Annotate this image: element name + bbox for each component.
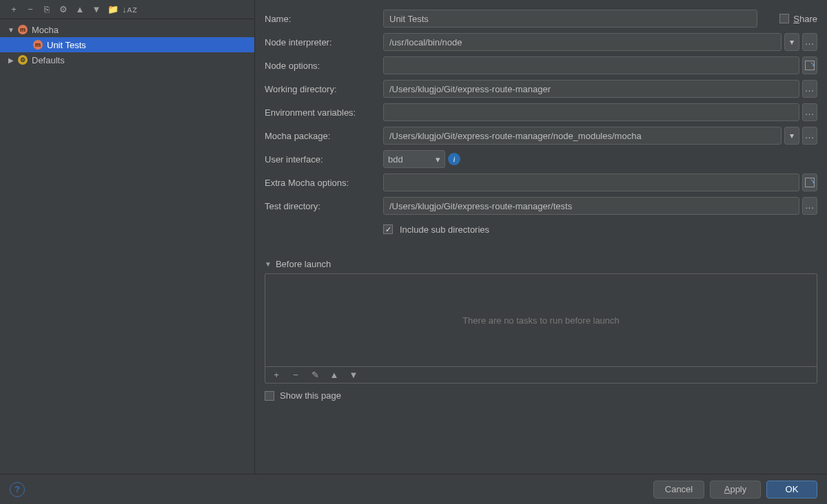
expand-arrow-icon: ▶ xyxy=(7,56,15,64)
dialog-footer: ? Cancel Apply OK xyxy=(0,474,827,504)
config-tree: ▼ m Mocha m Unit Tests ▶ ⚙ Defaults xyxy=(0,19,254,474)
chevron-down-icon: ▾ xyxy=(436,154,440,165)
ui-select-value: bdd xyxy=(388,154,403,165)
test-dir-label: Test directory: xyxy=(265,201,383,211)
sort-button[interactable]: ↓ᴀᴢ xyxy=(123,3,136,17)
before-launch-toolbar: + − ✎ ▲ ▼ xyxy=(265,366,817,383)
env-vars-label: Environment variables: xyxy=(265,107,383,118)
tree-node-unit-tests[interactable]: m Unit Tests xyxy=(0,37,254,52)
add-config-button[interactable]: + xyxy=(7,3,21,17)
before-up-button[interactable]: ▲ xyxy=(327,368,341,382)
config-form: Name: Share Node interpreter: ▾ ... Node… xyxy=(255,0,827,474)
extra-mocha-expand-button[interactable] xyxy=(802,174,817,191)
test-dir-input[interactable] xyxy=(383,197,799,215)
node-options-expand-button[interactable] xyxy=(802,56,817,74)
working-dir-input[interactable] xyxy=(383,80,799,98)
env-vars-browse-button[interactable]: ... xyxy=(802,103,817,121)
help-button[interactable]: ? xyxy=(10,482,25,497)
ui-select[interactable]: bdd ▾ xyxy=(383,150,445,168)
before-launch-box: There are no tasks to run before launch … xyxy=(265,273,817,384)
disclosure-icon: ▼ xyxy=(265,260,272,268)
mocha-icon: m xyxy=(18,25,28,34)
interpreter-input[interactable] xyxy=(383,33,782,51)
env-vars-input[interactable] xyxy=(383,103,799,121)
edit-defaults-button[interactable]: ⚙ xyxy=(57,3,70,17)
folder-button[interactable]: 📁 xyxy=(106,3,120,17)
mocha-pkg-dropdown-button[interactable]: ▾ xyxy=(784,127,799,145)
node-options-input[interactable] xyxy=(383,56,799,74)
before-launch-title: Before launch xyxy=(276,259,331,269)
before-add-button[interactable]: + xyxy=(269,368,283,382)
tree-node-defaults[interactable]: ▶ ⚙ Defaults xyxy=(0,52,254,67)
remove-config-button[interactable]: − xyxy=(23,3,37,17)
show-this-page-label: Show this page xyxy=(280,390,341,401)
include-subdirs-checkbox[interactable] xyxy=(383,224,393,234)
node-options-label: Node options: xyxy=(265,61,383,71)
move-down-button[interactable]: ▼ xyxy=(90,3,103,17)
mocha-pkg-label: Mocha package: xyxy=(265,131,383,141)
apply-button[interactable]: Apply xyxy=(710,481,761,498)
extra-mocha-input[interactable] xyxy=(383,174,799,191)
tree-toolbar: + − ⎘ ⚙ ▲ ▼ 📁 ↓ᴀᴢ xyxy=(0,0,254,19)
share-label: Share xyxy=(793,14,817,24)
working-dir-browse-button[interactable]: ... xyxy=(802,80,817,98)
expand-icon xyxy=(805,178,815,187)
name-input[interactable] xyxy=(383,10,757,28)
include-subdirs-label: Include sub directories xyxy=(400,224,489,235)
mocha-pkg-input[interactable] xyxy=(383,127,782,145)
interpreter-browse-button[interactable]: ... xyxy=(802,33,817,51)
working-dir-label: Working directory: xyxy=(265,84,383,94)
expand-icon xyxy=(805,61,815,70)
cancel-button[interactable]: Cancel xyxy=(653,481,704,498)
tree-node-label: Mocha xyxy=(32,25,59,35)
before-down-button[interactable]: ▼ xyxy=(347,368,360,382)
share-checkbox[interactable] xyxy=(779,14,789,23)
name-label: Name: xyxy=(265,14,383,24)
show-this-page-checkbox[interactable] xyxy=(265,391,274,401)
tree-node-label: Unit Tests xyxy=(47,40,86,50)
mocha-pkg-browse-button[interactable]: ... xyxy=(802,127,817,145)
copy-config-button[interactable]: ⎘ xyxy=(40,3,54,17)
move-up-button[interactable]: ▲ xyxy=(73,3,87,17)
before-remove-button[interactable]: − xyxy=(289,368,303,382)
tree-node-mocha[interactable]: ▼ m Mocha xyxy=(0,22,254,37)
ui-label: User interface: xyxy=(265,154,383,165)
interpreter-dropdown-button[interactable]: ▾ xyxy=(784,33,799,51)
expand-arrow-icon: ▼ xyxy=(7,26,15,34)
tree-node-label: Defaults xyxy=(32,55,65,65)
extra-mocha-label: Extra Mocha options: xyxy=(265,178,383,188)
before-edit-button[interactable]: ✎ xyxy=(308,368,322,382)
info-icon[interactable]: i xyxy=(448,153,460,165)
ok-button[interactable]: OK xyxy=(766,481,817,498)
config-tree-panel: + − ⎘ ⚙ ▲ ▼ 📁 ↓ᴀᴢ ▼ m Mocha m Unit Tests… xyxy=(0,0,255,474)
gear-icon: ⚙ xyxy=(18,55,28,65)
test-dir-browse-button[interactable]: ... xyxy=(802,197,817,215)
mocha-icon: m xyxy=(33,40,43,50)
before-launch-header[interactable]: ▼ Before launch xyxy=(265,259,817,269)
before-launch-empty-text: There are no tasks to run before launch xyxy=(265,274,817,366)
interpreter-label: Node interpreter: xyxy=(265,37,383,48)
